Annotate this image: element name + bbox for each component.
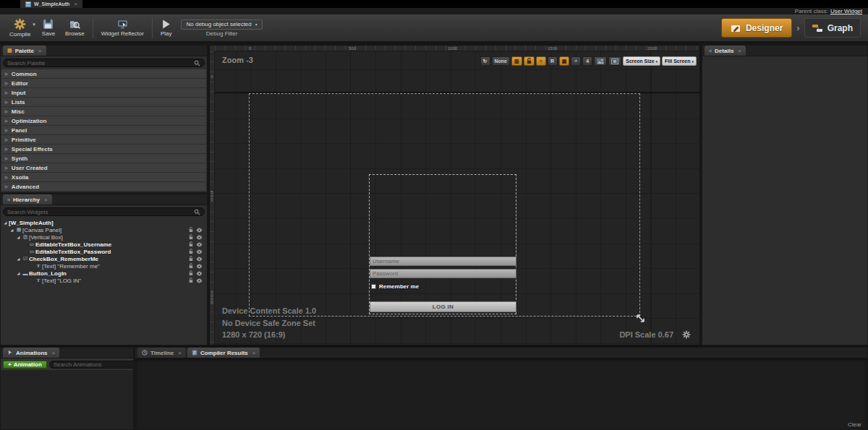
hierarchy-search-input[interactable] (7, 209, 192, 215)
expander-icon[interactable]: ◢ (2, 220, 9, 225)
play-button[interactable]: Play (156, 16, 177, 40)
expander-icon[interactable]: ▷ (5, 147, 8, 151)
tab-palette[interactable]: ▦ Palette × (3, 46, 46, 56)
expander-icon[interactable]: ◢ (15, 271, 22, 275)
close-icon[interactable]: × (738, 48, 741, 54)
expander-icon[interactable]: ▷ (5, 128, 8, 132)
eye-icon[interactable] (196, 278, 203, 283)
hierarchy-row-editabletextbox-password[interactable]: ▭ EditableTextBox_Password (2, 248, 205, 255)
lock-icon[interactable] (189, 270, 193, 276)
parent-class-link[interactable]: User Widget (830, 8, 862, 14)
eye-icon[interactable] (196, 271, 203, 276)
outline-widgets-button[interactable]: ≡ (536, 56, 546, 66)
respect-locks-button[interactable]: R (548, 56, 558, 66)
save-button[interactable]: Save (37, 16, 60, 40)
hierarchy-row-text-rememberme[interactable]: T [Text] "Remember me" (2, 262, 205, 270)
clear-button[interactable]: Clear (848, 421, 861, 428)
expander-icon[interactable]: ▷ (5, 81, 8, 85)
password-textbox-preview[interactable]: Password (370, 269, 516, 278)
palette-category-optimization[interactable]: ▷Optimization (1, 116, 206, 125)
expander-icon[interactable]: ▷ (5, 184, 8, 189)
close-icon[interactable]: × (252, 350, 256, 356)
expander-icon[interactable]: ◢ (9, 228, 15, 232)
localization-culture-button[interactable]: None (492, 56, 511, 66)
palette-category-misc[interactable]: ▷Misc (1, 107, 206, 116)
resize-handle-icon[interactable] (636, 314, 645, 323)
hierarchy-row-canvas-panel[interactable]: ◢ ▦ [Canvas Panel] (2, 226, 205, 233)
compile-button[interactable]: Compile (4, 16, 35, 40)
expander-icon[interactable]: ▷ (5, 165, 8, 170)
lock-widgets-button[interactable] (524, 56, 535, 66)
lock-icon[interactable] (189, 227, 193, 233)
close-icon[interactable]: × (38, 48, 42, 54)
hierarchy-row-vertical-box[interactable]: ◢ ▥ [Vertical Box] (2, 233, 205, 241)
palette-category-primitive[interactable]: ▷Primitive (1, 135, 206, 144)
hierarchy-search[interactable] (3, 207, 205, 216)
palette-category-synth[interactable]: ▷Synth (1, 154, 206, 163)
dpi-settings-gear-icon[interactable] (682, 330, 691, 339)
close-icon[interactable]: × (52, 350, 56, 356)
fill-screen-dropdown[interactable]: Fill Screen▾ (662, 56, 697, 66)
graph-mode-button[interactable]: Graph (804, 18, 861, 38)
hierarchy-row-root[interactable]: ◢ [W_SimpleAuth] (2, 219, 205, 226)
lock-icon[interactable] (189, 249, 193, 254)
lock-icon[interactable] (189, 256, 193, 262)
eye-icon[interactable] (196, 228, 203, 233)
tab-animations[interactable]: Animations × (3, 348, 59, 358)
lock-icon[interactable] (189, 278, 193, 283)
palette-category-input[interactable]: ▷Input (1, 88, 206, 97)
username-textbox-preview[interactable]: Username (370, 257, 516, 266)
designer-mode-button[interactable]: Designer (721, 18, 792, 38)
palette-category-panel[interactable]: ▷Panel (1, 126, 206, 134)
screen-size-dropdown[interactable]: Screen Size▾ (623, 56, 660, 66)
close-icon[interactable]: × (178, 350, 182, 356)
expander-icon[interactable]: ▷ (5, 156, 8, 160)
palette-category-common[interactable]: ▷Common (1, 69, 206, 78)
expander-icon[interactable]: ▷ (5, 100, 8, 104)
expander-icon[interactable]: ▷ (5, 137, 8, 142)
hierarchy-row-text-login[interactable]: T [Text] "LOG IN" (2, 277, 205, 284)
tab-compiler-results[interactable]: Compiler Results × (187, 348, 260, 358)
widget-reflector-button[interactable]: Widget Reflector (96, 16, 149, 40)
expander-icon[interactable]: ◢ (15, 235, 22, 239)
eye-icon[interactable] (196, 264, 203, 269)
expander-icon[interactable]: ◢ (15, 257, 22, 261)
palette-search[interactable] (3, 59, 205, 67)
tab-hierarchy[interactable]: ≡ Hierarchy × (3, 194, 52, 205)
expander-icon[interactable]: ▷ (5, 109, 8, 113)
palette-category-editor[interactable]: ▷Editor (1, 79, 206, 87)
debug-object-dropdown[interactable]: No debug object selected ▾ (181, 20, 262, 30)
remember-me-checkbox-preview[interactable] (371, 284, 376, 289)
eye-icon[interactable] (196, 235, 203, 240)
expander-icon[interactable]: ▷ (5, 90, 8, 95)
palette-category-user-created[interactable]: ▷User Created (1, 163, 206, 172)
compile-options-caret[interactable]: ▾ (33, 22, 35, 27)
eye-icon[interactable] (196, 249, 203, 254)
tab-timeline[interactable]: Timeline × (137, 348, 186, 358)
lock-icon[interactable] (189, 234, 193, 240)
palette-category-lists[interactable]: ▷Lists (1, 98, 206, 106)
palette-search-input[interactable] (7, 60, 192, 66)
animations-search[interactable] (49, 361, 145, 369)
safe-zone-preview-button[interactable] (608, 56, 621, 66)
expander-icon[interactable]: ▷ (5, 72, 8, 76)
hierarchy-row-editabletextbox-username[interactable]: ▭ EditableTextBox_Username (2, 241, 205, 248)
localization-preview-button[interactable]: ↻ (480, 56, 490, 66)
grid-snapping-button[interactable]: ▦ (559, 56, 570, 66)
eye-icon[interactable] (196, 242, 203, 247)
snap-grid-size-button[interactable]: 4 (582, 56, 592, 66)
preview-background-button[interactable] (594, 56, 607, 66)
palette-category-special-effects[interactable]: ▷Special Effects (1, 145, 206, 153)
login-button-preview[interactable]: LOG IN (370, 301, 516, 312)
tab-details[interactable]: ≡ Details × (705, 46, 746, 56)
eye-icon[interactable] (196, 257, 203, 262)
animations-search-input[interactable] (54, 361, 133, 368)
close-icon[interactable]: × (74, 1, 77, 7)
vertical-box-selection-outline[interactable] (369, 174, 516, 314)
transform-mode-button[interactable]: + (571, 56, 581, 66)
document-tab[interactable]: W_SimpleAuth × (20, 0, 82, 8)
expander-icon[interactable]: ▷ (5, 175, 8, 179)
designer-canvas[interactable]: 0 500 1000 1500 2000 0 500 1000 Zoom -3 … (209, 45, 700, 345)
browse-button[interactable]: Browse (60, 16, 90, 40)
flow-direction-button[interactable]: ▨ (511, 56, 522, 66)
